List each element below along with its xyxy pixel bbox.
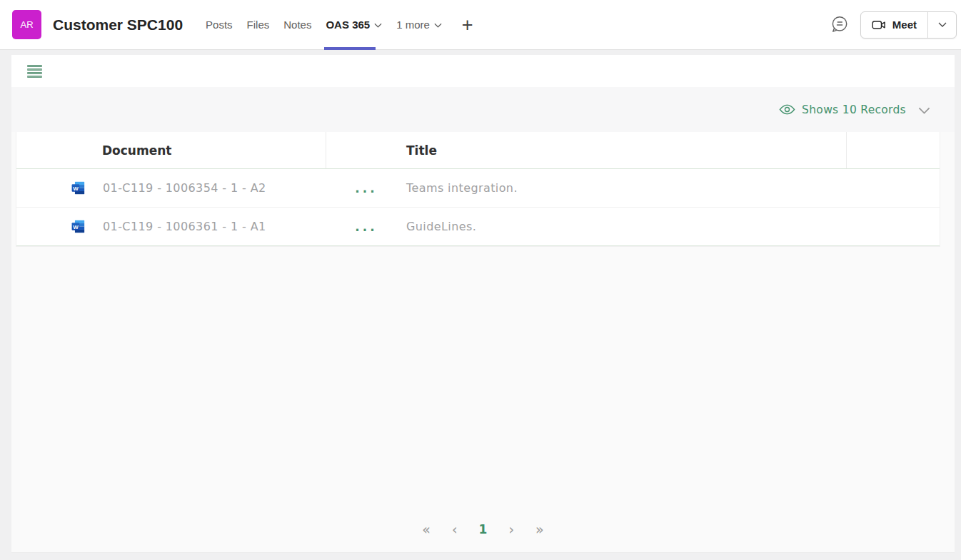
row-more-options-button[interactable]: ... [326,208,406,245]
meet-dropdown-button[interactable] [928,12,956,38]
tab-files[interactable]: Files [240,0,277,50]
document-number-link[interactable]: 01-C119 - 1006361 - 1 - A1 [103,220,266,233]
tab-bar: Posts Files Notes OAS 365 1 more [198,0,449,50]
tab-more[interactable]: 1 more [389,0,449,50]
documents-table: Document Title 01-C119 - 1006354 - 1 - A… [16,132,940,247]
tab-label: 1 more [396,19,430,31]
document-cell: 01-C119 - 1006354 - 1 - A2 [16,169,326,207]
eye-icon [779,104,795,115]
tab-label: OAS 365 [326,19,370,31]
column-header-title[interactable]: Title [326,132,847,168]
channel-title: Customer SPC100 [53,16,183,34]
video-camera-icon [872,18,886,32]
tab-oas-365[interactable]: OAS 365 [318,0,389,50]
chevron-down-icon [938,22,947,27]
meet-button[interactable]: Meet [861,12,927,38]
tab-notes[interactable]: Notes [276,0,318,50]
table-header-row: Document Title [16,132,940,169]
records-count-label: Shows 10 Records [802,103,906,116]
tab-label: Files [247,19,270,31]
meet-button-group: Meet [860,11,957,39]
table-row[interactable]: 01-C119 - 1006354 - 1 - A2 ... Teams int… [16,169,940,208]
chevron-down-icon [374,23,382,28]
pagination-first-button[interactable]: « [422,523,431,536]
top-bar-actions: Meet [829,11,957,39]
title-cell: GuideLines. [406,208,847,245]
tab-posts[interactable]: Posts [198,0,240,50]
pagination-current-page: 1 [479,524,488,536]
column-header-document[interactable]: Document [16,132,326,168]
records-filter-dropdown[interactable]: Shows 10 Records [779,103,930,116]
pagination-next-button[interactable]: › [508,523,514,536]
oas365-tab-content: Shows 10 Records Document Title 01-C119 … [11,55,955,553]
app-header-strip [11,55,955,87]
tab-label: Posts [206,19,233,31]
pagination-previous-button[interactable]: ‹ [452,523,458,536]
tab-label: Notes [283,19,311,31]
document-title: GuideLines. [406,220,476,233]
document-title: Teams integration. [406,181,518,195]
empty-cell [847,208,940,245]
title-cell: Teams integration. [406,169,847,207]
empty-cell [847,169,940,207]
table-row[interactable]: 01-C119 - 1006361 - 1 - A1 ... GuideLine… [16,208,940,246]
list-toolbar: Shows 10 Records [11,87,955,132]
word-document-icon [71,220,85,233]
chevron-down-icon [918,107,930,114]
document-cell: 01-C119 - 1006361 - 1 - A1 [16,208,326,245]
column-header-empty [847,132,940,168]
meet-button-label: Meet [892,19,917,31]
document-number-link[interactable]: 01-C119 - 1006354 - 1 - A2 [103,181,266,195]
pagination-last-button[interactable]: » [535,523,544,536]
row-more-options-button[interactable]: ... [326,169,406,207]
pagination: « ‹ 1 › » [11,523,955,536]
add-tab-button[interactable]: + [462,0,473,50]
chat-icon[interactable] [829,14,850,36]
teams-top-bar: AR Customer SPC100 Posts Files Notes OAS… [0,0,961,50]
word-document-icon [71,181,85,195]
channel-avatar[interactable]: AR [12,10,41,39]
chevron-down-icon [434,23,442,28]
hamburger-menu-icon[interactable] [27,65,42,78]
